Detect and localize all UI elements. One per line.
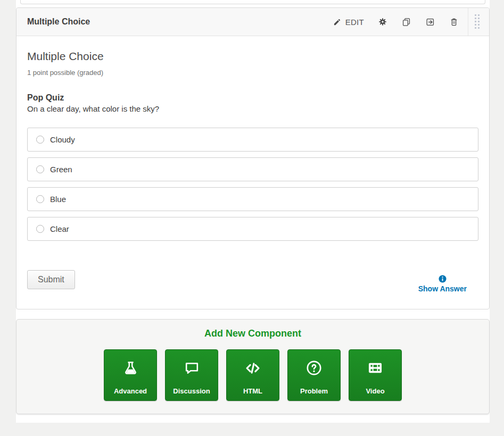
radio-button-icon[interactable] [36,165,44,173]
choices-list: Cloudy Green Blue Clear [27,128,478,241]
choice-label: Clear [50,224,69,233]
choice-option[interactable]: Green [27,157,478,181]
info-icon [439,275,447,283]
trash-icon [449,17,459,27]
question-title: Pop Quiz [27,93,478,103]
component-header-actions: EDIT [326,8,485,36]
choice-option[interactable]: Cloudy [27,128,478,152]
code-icon [243,358,262,378]
add-component-button-label: Video [366,387,384,395]
previous-component-card-edge [20,0,485,4]
choice-label: Green [50,165,72,174]
show-answer-label: Show Answer [418,284,467,293]
film-strip-icon [366,358,385,378]
radio-button-icon[interactable] [36,136,44,144]
add-component-button-label: Discussion [173,387,210,395]
drag-handle[interactable] [468,8,485,36]
add-new-component-title: Add New Component [16,328,489,339]
duplicate-button[interactable] [394,8,418,36]
choice-label: Blue [50,195,66,204]
content-column: Multiple Choice EDIT [16,0,490,423]
component-title: Multiple Choice [27,17,90,27]
component-type-buttons: Advanced Discussion HTML Problem Video [16,349,489,401]
show-answer-link[interactable]: Show Answer [418,275,467,293]
gear-icon [378,17,387,27]
choice-option[interactable]: Blue [27,187,478,211]
multiple-choice-component-card: Multiple Choice EDIT [16,7,490,309]
add-component-button-label: Problem [300,387,328,395]
add-component-button-label: HTML [243,387,262,395]
question-circle-icon [304,358,324,378]
question-text: On a clear day, what color is the sky? [27,104,478,113]
component-header: Multiple Choice EDIT [16,8,489,36]
settings-button[interactable] [371,8,394,36]
duplicate-icon [401,17,411,27]
choice-option[interactable]: Clear [27,217,478,241]
submit-button[interactable]: Submit [27,270,75,289]
add-component-button-advanced[interactable]: Advanced [104,349,157,401]
points-possible-text: 1 point possible (graded) [27,69,478,77]
flask-icon [121,358,140,378]
add-component-button-video[interactable]: Video [349,349,402,401]
pencil-icon [333,18,341,26]
problem-title: Multiple Choice [27,50,478,63]
problem-preview: Multiple Choice 1 point possible (graded… [16,36,489,309]
add-component-button-problem[interactable]: Problem [287,349,341,401]
edit-button-label: EDIT [345,18,364,27]
choice-label: Cloudy [50,135,75,144]
delete-button[interactable] [442,8,466,36]
edit-button[interactable]: EDIT [326,8,371,36]
drag-dots-icon [475,14,480,29]
radio-button-icon[interactable] [36,225,44,233]
move-icon [425,17,435,27]
problem-actions-row: Submit Show Answer [27,270,478,293]
add-new-component-panel: Add New Component Advanced Discussion HT… [16,319,490,414]
move-button[interactable] [418,8,442,36]
speech-bubble-icon [182,358,201,378]
add-component-button-discussion[interactable]: Discussion [165,349,218,401]
add-component-button-label: Advanced [114,387,147,395]
radio-button-icon[interactable] [36,195,44,203]
add-component-button-html[interactable]: HTML [226,349,279,401]
